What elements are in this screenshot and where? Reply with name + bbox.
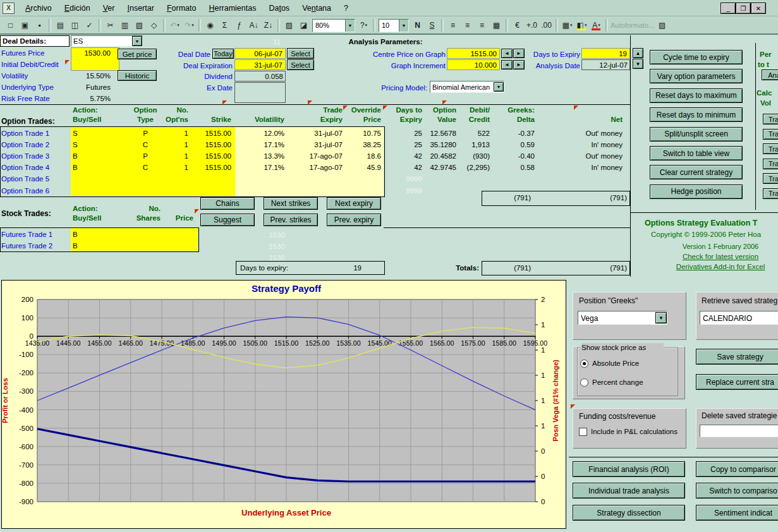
edge-trade-button-4[interactable]: Tra [763,159,778,169]
retrieve-strategy-combo[interactable]: CALENDARIO [700,311,778,325]
option-cell[interactable]: C [126,140,164,149]
chevron-down-icon[interactable]: ▾ [598,23,600,28]
option-cell[interactable]: 1 [162,151,188,160]
option-cell[interactable]: P [126,151,164,160]
redo-icon[interactable]: ↷▾ [183,19,196,32]
check-latest-version-link[interactable]: Check for latest version [670,252,771,260]
decrease-decimal-icon[interactable]: .00 [540,19,553,32]
copy-to-comparison-button[interactable]: Copy to comparisor [696,461,778,477]
replace-strategy-button[interactable]: Replace current stra [696,374,778,390]
option-cell[interactable]: 17-ago-07 [288,163,343,172]
fill-color-icon[interactable]: ◧▾ [575,19,588,32]
option-cell[interactable]: 13.3% [240,151,284,160]
menu-item-?[interactable]: ? [338,2,354,15]
option-cell[interactable]: 38.25 [345,140,381,149]
increase-decimal-icon[interactable]: +.0 [525,19,538,32]
bold-icon[interactable]: N [411,19,424,32]
paste-icon[interactable]: ▧ [133,19,146,32]
centre-price-spin-left[interactable]: ◄ [501,49,513,58]
chevron-down-icon[interactable]: ▼ [345,20,355,32]
close-button[interactable]: ✕ [751,3,766,14]
option-cell[interactable]: C [126,163,164,172]
strategy-dissection-button[interactable]: Strategy dissection [573,505,685,521]
restore-button[interactable]: ❐ [736,3,751,14]
radio-selected-icon[interactable] [580,360,588,368]
option-cell[interactable]: 12.0% [240,128,284,138]
pricing-model-combo[interactable]: Binomial American▼ [430,81,504,93]
align-center-icon[interactable]: ≡ [461,19,474,32]
deal-expiration-value[interactable]: 31-jul-07 [234,59,286,70]
graph-increment-spin-left[interactable]: ◄ [501,60,513,70]
option-cell[interactable]: B [73,163,123,172]
chevron-down-icon[interactable]: ▼ [399,20,408,32]
chevron-down-icon[interactable]: ▾ [191,23,194,28]
copy-icon[interactable]: ▥ [118,19,131,32]
centre-price-spin-right[interactable]: ► [513,49,525,58]
option-cell[interactable]: 1515.00 [191,163,231,172]
menu-item-ver[interactable]: Ver [97,2,121,15]
menu-item-archivo[interactable]: Archivo [20,2,58,15]
select-expiration-button[interactable]: Select [287,59,314,70]
print-preview-icon[interactable]: ◫ [68,19,82,32]
radio-percent-change[interactable]: Percent change [580,378,675,387]
edge-trade-button-2[interactable]: Tra [763,129,778,140]
sort-descending-icon[interactable]: Z↓ [262,19,275,32]
font-color-icon[interactable]: A▾ [590,19,603,32]
autoformat-button[interactable]: Autoformato... [611,19,654,32]
option-cell[interactable]: 17-ago-07 [288,151,343,160]
stock-button-suggest[interactable]: Suggest [200,214,255,226]
switch-to-comparison-button[interactable]: Switch to compariso [696,483,778,499]
edge-trade-button-3[interactable]: Tra [763,143,778,154]
delete-strategy-input[interactable] [700,425,778,437]
chevron-down-icon[interactable]: ▾ [177,23,179,28]
option-cell[interactable]: 45.9 [345,163,381,172]
side-button-reset-days-to-maximum[interactable]: Reset days to maximum [650,88,743,103]
stock-button-next-strikes[interactable]: Next strikes [264,197,318,210]
option-cell[interactable]: 1515.00 [191,151,231,160]
underline-icon[interactable]: S [425,19,439,32]
option-cell[interactable]: 1515.00 [191,140,231,149]
side-button-hedge-position[interactable]: Hedge position [650,184,743,199]
graph-increment-value[interactable]: 10.000 [447,59,500,70]
cut-icon[interactable]: ✂ [104,19,117,32]
help-icon[interactable]: ?▾ [357,19,370,32]
option-cell[interactable]: S [73,128,123,138]
borders-icon[interactable]: ▦▾ [561,19,574,32]
days-to-expiry-value[interactable]: 19 [581,48,630,59]
paste-function-icon[interactable]: ƒ [233,19,246,32]
chevron-down-icon[interactable]: ▼ [132,36,142,46]
save-strategy-button[interactable]: Save strategy [696,349,778,365]
stock-button-next-expiry[interactable]: Next expiry [327,197,381,210]
side-button-vary-option-parameters[interactable]: Vary option parameters [650,69,743,83]
sort-ascending-icon[interactable]: A↓ [247,19,260,32]
option-cell[interactable]: 1 [162,140,188,149]
option-cell[interactable]: 31-jul-07 [288,140,343,149]
option-cell[interactable]: 1 [162,128,188,138]
euro-style-icon[interactable]: € [511,19,524,32]
days-spin-down[interactable]: ▼ [633,59,643,69]
edge-ana-button[interactable]: Ana [762,70,778,80]
side-button-clear-current-strategy[interactable]: Clear current strategy [650,165,743,179]
symbol-combo[interactable]: ES▼ [71,35,143,47]
font-size-combo[interactable]: 10▼ [379,19,409,32]
spelling-icon[interactable]: ✓ [83,19,96,32]
align-right-icon[interactable]: ≡ [475,19,489,32]
edge-trade-button-5[interactable]: Tra [763,173,778,184]
autosum-icon[interactable]: Σ [218,19,231,32]
greeks-combo[interactable]: Vega▼ [578,311,667,325]
stock-button-prev-expiry[interactable]: Prev. expiry [327,214,381,226]
chevron-down-icon[interactable]: ▾ [585,23,587,28]
chevron-down-icon[interactable]: ▾ [365,23,368,28]
menu-item-ventana[interactable]: Ventana [296,2,337,15]
stock-button-prev-strikes[interactable]: Prev. strikes [264,214,318,226]
menu-item-datos[interactable]: Datos [263,2,295,15]
centre-price-value[interactable]: 1515.00 [447,48,500,59]
align-left-icon[interactable]: ≡ [446,19,459,32]
option-cell[interactable]: 17.1% [240,163,284,172]
chevron-down-icon[interactable]: ▼ [655,312,667,323]
option-cell[interactable]: S [73,140,123,149]
radio-unselected-icon[interactable] [580,378,588,387]
derivatives-addin-link[interactable]: Derivatives Add-in for Excel [666,262,775,270]
side-button-reset-days-to-minimum[interactable]: Reset days to minimum [650,107,743,122]
stock-action-cell[interactable]: B [73,241,111,250]
